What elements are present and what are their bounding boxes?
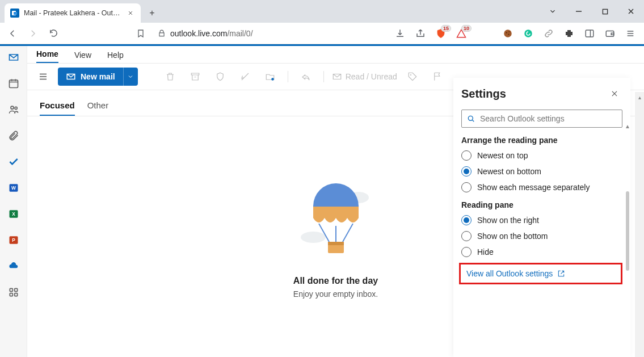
flag-icon[interactable]: [428, 68, 447, 86]
readingpane-option-hide[interactable]: Hide: [461, 247, 630, 257]
close-tab-icon[interactable]: [126, 9, 135, 18]
arrange-option-newest-top[interactable]: Newest on top: [461, 150, 630, 161]
panel-icon[interactable]: [584, 28, 595, 39]
browser-tab[interactable]: Mail - Prateek Lakhera - Outlook: [5, 3, 141, 23]
page-scrollbar[interactable]: ▴: [635, 92, 644, 357]
close-window-button[interactable]: [618, 3, 644, 20]
svg-point-11: [11, 106, 14, 109]
install-icon[interactable]: [394, 28, 406, 39]
empty-subtitle: Enjoy your empty inbox.: [293, 289, 378, 299]
new-tab-button[interactable]: +: [144, 5, 160, 21]
menu-icon[interactable]: [625, 28, 636, 39]
new-mail-caret[interactable]: [123, 68, 138, 86]
left-rail: W X P: [0, 46, 27, 357]
svg-point-24: [410, 74, 411, 75]
hamburger-icon[interactable]: [34, 68, 52, 86]
minimize-button[interactable]: [566, 3, 592, 20]
brave-shield-icon[interactable]: 15: [435, 28, 447, 39]
radio-icon: [461, 215, 472, 225]
ribbon-tabs: Home View Help: [27, 46, 644, 63]
mail-icon[interactable]: [7, 51, 20, 64]
svg-point-5: [508, 31, 510, 32]
arrange-label-1: Newest on bottom: [477, 167, 541, 176]
svg-rect-19: [10, 288, 12, 291]
maximize-button[interactable]: [592, 3, 618, 20]
onedrive-icon[interactable]: [7, 259, 20, 273]
settings-search[interactable]: [461, 110, 622, 128]
powerpoint-icon[interactable]: P: [7, 233, 20, 247]
empty-title: All done for the day: [293, 276, 378, 286]
svg-rect-21: [10, 293, 12, 296]
sweep-icon[interactable]: [235, 68, 255, 86]
wallet-icon[interactable]: [604, 28, 616, 39]
attach-icon[interactable]: [7, 129, 20, 142]
people-icon[interactable]: [7, 103, 20, 116]
grammarly-icon[interactable]: [523, 28, 534, 39]
readingpane-option-right[interactable]: Show on the right: [461, 215, 630, 225]
brave-badge: 15: [441, 25, 451, 32]
ribbon-tab-view[interactable]: View: [74, 47, 91, 63]
cookie-icon[interactable]: [502, 28, 513, 39]
lock-icon: [158, 30, 166, 37]
shield-icon[interactable]: [211, 68, 230, 86]
bookmark-icon[interactable]: [133, 26, 149, 41]
rp-label-2: Hide: [477, 247, 494, 257]
url-text: outlook.live.com/mail/0/: [170, 29, 253, 38]
svg-point-6: [524, 30, 532, 37]
arrange-option-separately[interactable]: Show each message separately: [461, 182, 630, 192]
tab-focused[interactable]: Focused: [40, 96, 75, 116]
alert-icon[interactable]: 10: [456, 28, 467, 39]
todo-icon[interactable]: [7, 155, 20, 169]
settings-search-input[interactable]: [480, 114, 617, 123]
svg-point-4: [508, 33, 509, 35]
apps-icon[interactable]: [7, 285, 20, 299]
svg-rect-8: [606, 31, 614, 36]
tab-other[interactable]: Other: [87, 96, 109, 116]
view-all-settings-link[interactable]: View all Outlook settings: [466, 269, 615, 278]
reply-icon[interactable]: [296, 68, 315, 86]
radio-icon: [461, 182, 472, 192]
radio-icon: [461, 231, 472, 241]
delete-icon[interactable]: [161, 68, 180, 86]
new-mail-button[interactable]: New mail: [58, 68, 123, 86]
chevron-down-icon[interactable]: [540, 3, 566, 20]
radio-icon: [461, 247, 472, 257]
view-all-label: View all Outlook settings: [466, 269, 553, 278]
read-unread-button[interactable]: Read / Unread: [332, 72, 397, 82]
panel-scrollbar[interactable]: [626, 191, 629, 271]
settings-title: Settings: [461, 87, 506, 100]
calendar-icon[interactable]: [7, 77, 20, 90]
svg-text:W: W: [11, 185, 16, 191]
word-icon[interactable]: W: [7, 181, 20, 195]
toolbar-sep: [323, 71, 324, 82]
scroll-up-icon[interactable]: ▲: [625, 123, 630, 129]
readingpane-option-bottom[interactable]: Show on the bottom: [461, 231, 630, 241]
svg-line-30: [343, 224, 353, 242]
popout-icon: [557, 270, 565, 278]
balloon-illustration: [291, 175, 381, 266]
link-icon[interactable]: [543, 28, 554, 39]
window-controls: [540, 0, 644, 23]
ribbon-tab-home[interactable]: Home: [36, 46, 58, 63]
scroll-up-icon[interactable]: ▴: [637, 94, 642, 100]
close-settings-icon[interactable]: [607, 86, 622, 102]
back-button[interactable]: [5, 26, 20, 41]
browser-toolbar: outlook.live.com/mail/0/ 15 10: [0, 23, 644, 44]
ribbon-tab-help[interactable]: Help: [107, 47, 124, 63]
reload-button[interactable]: [45, 26, 61, 41]
mail-icon: [66, 72, 76, 82]
puzzle-icon[interactable]: [563, 28, 575, 39]
excel-icon[interactable]: X: [7, 207, 20, 221]
share-icon[interactable]: [415, 28, 426, 39]
address-bar[interactable]: outlook.live.com/mail/0/: [153, 29, 390, 38]
archive-icon[interactable]: [186, 68, 205, 86]
tag-icon[interactable]: [403, 68, 422, 86]
readingpane-title: Reading pane: [461, 200, 630, 209]
forward-button[interactable]: [25, 26, 41, 41]
extensions-strip: 15 10: [394, 28, 639, 39]
arrange-option-newest-bottom[interactable]: Newest on bottom: [461, 166, 630, 177]
move-icon[interactable]: [260, 68, 280, 86]
svg-point-33: [468, 116, 473, 120]
new-mail-group: New mail: [58, 68, 138, 86]
browser-tabstrip: Mail - Prateek Lakhera - Outlook +: [0, 0, 644, 23]
